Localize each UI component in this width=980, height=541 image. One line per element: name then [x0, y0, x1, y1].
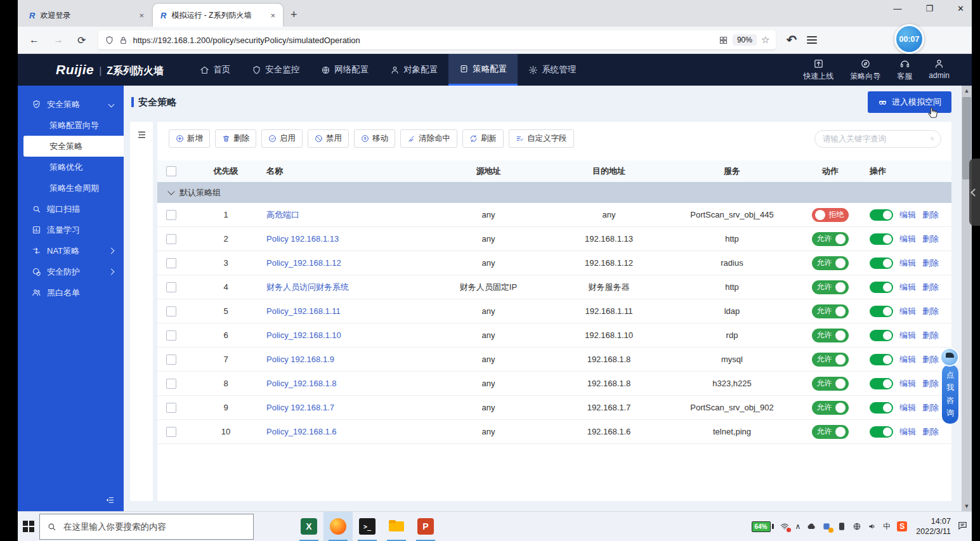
window-minimize-button[interactable]: — [889, 3, 905, 15]
keyword-search-box[interactable] [814, 130, 941, 148]
delete-link[interactable]: 删除 [922, 257, 939, 269]
delete-link[interactable]: 删除 [922, 233, 939, 245]
enable-toggle[interactable] [870, 354, 893, 365]
enable-toggle[interactable] [870, 378, 893, 389]
back-button[interactable]: ← [24, 33, 44, 47]
browser-tab[interactable]: R 模拟运行 - Z系列防火墙 × [153, 4, 283, 27]
action-toggle-pill[interactable]: 允许 [812, 304, 849, 318]
notification-center-icon[interactable] [957, 520, 968, 533]
bookmark-star-icon[interactable]: ☆ [761, 34, 769, 46]
toolbar-button[interactable]: 清除命中 [400, 129, 457, 148]
policy-group-row[interactable]: 默认策略组 [157, 182, 951, 203]
top-nav-item[interactable]: 网络配置 [310, 54, 379, 86]
window-restore-button[interactable]: ❐ [922, 3, 937, 15]
recorder-side-panel[interactable] [969, 159, 980, 226]
edit-link[interactable]: 编辑 [899, 402, 916, 414]
edit-link[interactable]: 编辑 [899, 282, 916, 293]
tray-icon[interactable] [853, 522, 861, 531]
sidebar-item[interactable]: 策略优化 [18, 157, 124, 178]
top-nav-utility-item[interactable]: 策略向导 [844, 58, 886, 82]
row-checkbox[interactable] [166, 355, 176, 365]
enable-toggle[interactable] [870, 209, 893, 221]
url-bar[interactable]: https://192.168.1.200/policy/securityPol… [98, 30, 776, 49]
tray-icon[interactable] [780, 522, 789, 531]
tray-icon[interactable] [807, 522, 816, 531]
page-actions-grid-icon[interactable] [719, 36, 728, 45]
action-toggle-pill[interactable]: 允许 [812, 401, 849, 415]
enable-toggle[interactable] [870, 282, 893, 293]
row-checkbox[interactable] [166, 403, 176, 413]
top-nav-utility-item[interactable]: 快速上线 [797, 58, 839, 82]
action-toggle-pill[interactable]: 允许 [812, 232, 849, 246]
enable-toggle[interactable] [870, 426, 893, 438]
select-all-checkbox[interactable] [166, 166, 176, 176]
toolbar-button[interactable]: 自定义字段 [509, 129, 574, 148]
taskbar-app[interactable] [323, 512, 353, 541]
tray-icon[interactable]: 中 [883, 521, 891, 532]
sidebar-item[interactable]: 安全防护 [18, 261, 124, 282]
top-nav-utility-item[interactable]: admin [923, 58, 955, 82]
toolbar-button[interactable]: 新增 [169, 129, 210, 148]
sidebar-collapse-icon[interactable] [105, 495, 115, 505]
enable-toggle[interactable] [870, 233, 893, 245]
sidebar-item[interactable]: 策略配置向导 [18, 115, 124, 136]
delete-link[interactable]: 删除 [922, 306, 939, 317]
start-button[interactable] [18, 512, 39, 541]
row-checkbox[interactable] [166, 210, 176, 220]
policy-name-link[interactable]: Policy 192.168.1.13 [266, 234, 428, 244]
delete-link[interactable]: 删除 [922, 378, 939, 389]
zoom-level-chip[interactable]: 90% [733, 34, 757, 46]
toolbar-button[interactable]: 删除 [215, 129, 256, 148]
sidebar-item[interactable]: 流量学习 [18, 219, 124, 240]
top-nav-item[interactable]: 策略配置 [448, 54, 518, 86]
delete-link[interactable]: 删除 [922, 426, 939, 438]
top-nav-item[interactable]: 安全监控 [241, 54, 310, 86]
policy-name-link[interactable]: 财务人员访问财务系统 [266, 282, 428, 293]
scroll-down-arrow[interactable]: ▼ [962, 501, 972, 511]
row-checkbox[interactable] [166, 379, 176, 389]
taskbar-app[interactable]: X [294, 512, 323, 541]
delete-link[interactable]: 删除 [922, 402, 939, 414]
taskbar-clock[interactable]: 14:07 2022/3/11 [916, 516, 951, 537]
edit-link[interactable]: 编辑 [899, 209, 916, 221]
action-toggle-pill[interactable]: 允许 [812, 329, 849, 342]
action-toggle-pill[interactable]: 允许 [812, 256, 849, 270]
policy-name-link[interactable]: Policy_192.168.1.12 [266, 258, 428, 268]
edit-link[interactable]: 编辑 [899, 233, 916, 245]
sidebar-item[interactable]: 黑白名单 [18, 282, 124, 303]
sidebar-item[interactable]: NAT策略 [18, 240, 124, 261]
scroll-up-arrow[interactable]: ▲ [962, 86, 972, 96]
delete-link[interactable]: 删除 [922, 330, 939, 341]
top-nav-item[interactable]: 对象配置 [379, 54, 448, 86]
row-checkbox[interactable] [166, 234, 176, 244]
taskbar-search-box[interactable] [39, 514, 254, 540]
row-checkbox[interactable] [166, 427, 176, 437]
row-checkbox[interactable] [166, 306, 176, 316]
edit-link[interactable]: 编辑 [899, 378, 916, 389]
sidebar-item[interactable]: 安全策略 [23, 136, 124, 157]
row-checkbox[interactable] [166, 282, 176, 292]
consult-widget[interactable]: 点 我 咨 询 [940, 348, 960, 424]
recorder-undo-arrow-icon[interactable]: ↶ [786, 32, 797, 48]
policy-name-link[interactable]: Policy 192.168.1.9 [266, 355, 428, 364]
top-nav-item[interactable]: 系统管理 [518, 54, 587, 86]
tray-icon[interactable]: S [897, 521, 907, 531]
row-checkbox[interactable] [166, 330, 176, 341]
edit-link[interactable]: 编辑 [899, 257, 916, 269]
toolbar-button[interactable]: 刷新 [462, 129, 504, 148]
tray-icon[interactable] [868, 522, 877, 531]
tray-icon[interactable]: ∧ [795, 522, 801, 531]
tracking-shield-icon[interactable] [105, 36, 114, 45]
top-nav-utility-item[interactable]: 客服 [891, 58, 918, 82]
screen-recorder-timer[interactable]: 00:07 [894, 24, 924, 54]
lock-icon[interactable] [119, 36, 128, 45]
top-nav-item[interactable]: 首页 [189, 54, 241, 86]
taskbar-search-input[interactable] [62, 521, 246, 532]
tab-close-icon[interactable]: × [269, 11, 277, 20]
policy-name-link[interactable]: 高危端口 [266, 209, 428, 221]
taskbar-app[interactable] [265, 512, 294, 541]
edit-link[interactable]: 编辑 [899, 426, 916, 438]
url-text[interactable]: https://192.168.1.200/policy/securityPol… [133, 36, 714, 45]
action-toggle-pill[interactable]: 允许 [812, 425, 849, 439]
forward-button[interactable]: → [48, 33, 69, 47]
